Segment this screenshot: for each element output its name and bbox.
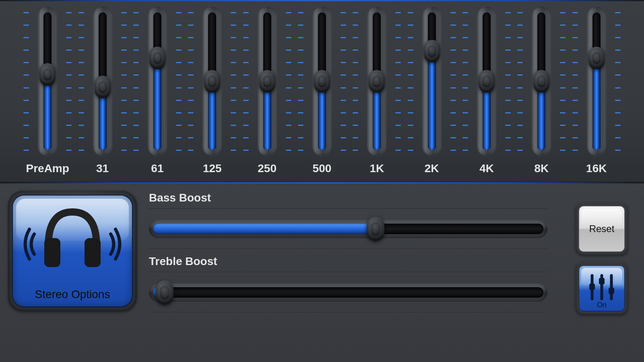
boost-section: Bass Boost Treble Boost (149, 191, 564, 362)
headphones-icon (22, 206, 123, 282)
eq-band-label: 16K (586, 162, 607, 175)
eq-slider[interactable] (312, 7, 332, 156)
stereo-options-button[interactable]: Stereo Options (8, 191, 137, 311)
eq-band-label: 2K (425, 162, 439, 175)
action-buttons: Reset On (576, 191, 636, 362)
svg-rect-7 (609, 288, 614, 294)
eq-band: 16K (569, 1, 624, 182)
treble-boost-group: Treble Boost (149, 255, 547, 313)
eq-band: 2K (405, 1, 459, 182)
eq-slider[interactable] (38, 7, 57, 156)
eq-band: 1K (349, 1, 404, 182)
bass-boost-slider[interactable] (149, 220, 547, 238)
lower-panel: Stereo Options Bass Boost Treble Boost (0, 183, 644, 362)
eq-toggle-button[interactable]: On (576, 262, 628, 315)
treble-boost-label: Treble Boost (149, 255, 547, 268)
bass-boost-group: Bass Boost (149, 191, 547, 249)
eq-band-label: 500 (313, 162, 332, 175)
svg-rect-0 (44, 238, 60, 267)
eq-band: 31 (75, 1, 130, 182)
eq-slider[interactable] (202, 7, 222, 156)
reset-button[interactable]: Reset (576, 203, 628, 255)
eq-band-label: 61 (151, 162, 163, 175)
treble-boost-slider[interactable] (149, 283, 547, 302)
sliders-icon (586, 272, 618, 303)
eq-slider[interactable] (587, 7, 606, 156)
eq-band: 125 (185, 1, 239, 182)
eq-band: 250 (239, 1, 294, 182)
reset-label: Reset (589, 223, 615, 234)
eq-toggle-label: On (579, 301, 624, 309)
eq-band: 4K (459, 1, 514, 182)
svg-rect-1 (85, 238, 101, 267)
eq-band: 61 (130, 1, 185, 182)
eq-slider[interactable] (93, 7, 112, 156)
eq-band-label: PreAmp (26, 162, 69, 175)
eq-band: 500 (295, 1, 349, 182)
eq-slider[interactable] (477, 7, 496, 156)
eq-band-label: 31 (96, 162, 109, 175)
eq-band-label: 125 (203, 162, 222, 175)
eq-band: 8K (514, 1, 569, 182)
eq-slider[interactable] (532, 7, 551, 156)
equalizer-panel: PreAmp31611252505001K2K4K8K16K (0, 1, 644, 182)
eq-slider[interactable] (367, 7, 386, 156)
svg-rect-5 (589, 284, 595, 290)
bass-boost-label: Bass Boost (149, 191, 547, 204)
eq-slider[interactable] (422, 7, 442, 156)
eq-band: PreAmp (20, 1, 75, 182)
eq-band-label: 250 (258, 162, 277, 175)
eq-band-label: 1K (369, 162, 384, 175)
eq-slider[interactable] (148, 7, 167, 156)
eq-band-label: 8K (535, 162, 549, 175)
eq-slider[interactable] (258, 7, 277, 156)
stereo-options-label: Stereo Options (35, 288, 110, 301)
svg-rect-6 (599, 278, 605, 284)
eq-band-label: 4K (479, 162, 494, 175)
